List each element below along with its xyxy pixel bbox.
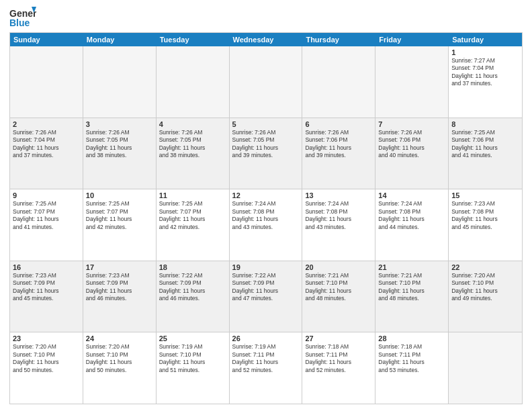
day-info: Sunrise: 7:22 AMSunset: 7:09 PMDaylight:… <box>232 272 300 303</box>
header-day-thursday: Thursday <box>302 33 375 46</box>
cal-cell <box>157 46 230 118</box>
day-info: Sunrise: 7:18 AMSunset: 7:11 PMDaylight:… <box>305 343 372 374</box>
cal-cell <box>449 332 522 404</box>
cal-cell: 26Sunrise: 7:19 AMSunset: 7:11 PMDayligh… <box>230 332 303 404</box>
day-number: 21 <box>378 263 445 271</box>
day-info: Sunrise: 7:23 AMSunset: 7:09 PMDaylight:… <box>13 272 80 303</box>
day-number: 17 <box>86 263 153 271</box>
calendar-body: 1Sunrise: 7:27 AMSunset: 7:04 PMDaylight… <box>10 46 522 404</box>
day-number: 25 <box>159 334 226 342</box>
cal-cell: 25Sunrise: 7:19 AMSunset: 7:10 PMDayligh… <box>157 332 230 404</box>
day-info: Sunrise: 7:18 AMSunset: 7:11 PMDaylight:… <box>378 343 445 374</box>
cal-cell: 3Sunrise: 7:26 AMSunset: 7:05 PMDaylight… <box>83 118 157 189</box>
day-info: Sunrise: 7:20 AMSunset: 7:10 PMDaylight:… <box>13 343 80 374</box>
day-number: 19 <box>232 263 300 271</box>
cal-cell <box>375 46 449 118</box>
day-info: Sunrise: 7:27 AMSunset: 7:04 PMDaylight:… <box>451 57 519 88</box>
day-number: 6 <box>305 120 372 128</box>
day-number: 9 <box>13 191 80 199</box>
page: GeneralBlue SundayMondayTuesdayWednesday… <box>0 0 532 411</box>
cal-cell: 7Sunrise: 7:26 AMSunset: 7:06 PMDaylight… <box>375 118 449 189</box>
day-info: Sunrise: 7:21 AMSunset: 7:10 PMDaylight:… <box>305 272 372 303</box>
day-info: Sunrise: 7:24 AMSunset: 7:08 PMDaylight:… <box>378 200 445 231</box>
day-info: Sunrise: 7:23 AMSunset: 7:08 PMDaylight:… <box>451 200 519 231</box>
day-number: 13 <box>305 191 372 199</box>
cal-cell: 19Sunrise: 7:22 AMSunset: 7:09 PMDayligh… <box>230 261 303 332</box>
day-info: Sunrise: 7:26 AMSunset: 7:05 PMDaylight:… <box>86 129 153 160</box>
day-info: Sunrise: 7:26 AMSunset: 7:04 PMDaylight:… <box>13 129 80 160</box>
cal-cell: 5Sunrise: 7:26 AMSunset: 7:05 PMDaylight… <box>230 118 303 189</box>
day-number: 12 <box>232 191 300 199</box>
svg-text:Blue: Blue <box>9 17 30 28</box>
cal-cell: 20Sunrise: 7:21 AMSunset: 7:10 PMDayligh… <box>302 261 375 332</box>
calendar: SundayMondayTuesdayWednesdayThursdayFrid… <box>9 32 523 404</box>
day-info: Sunrise: 7:24 AMSunset: 7:08 PMDaylight:… <box>305 200 372 231</box>
cal-cell: 27Sunrise: 7:18 AMSunset: 7:11 PMDayligh… <box>302 332 375 404</box>
cal-cell: 21Sunrise: 7:21 AMSunset: 7:10 PMDayligh… <box>375 261 449 332</box>
day-number: 7 <box>378 120 445 128</box>
day-info: Sunrise: 7:26 AMSunset: 7:05 PMDaylight:… <box>159 129 226 160</box>
logo-svg: GeneralBlue <box>9 7 36 28</box>
day-number: 26 <box>232 334 300 342</box>
cal-cell: 15Sunrise: 7:23 AMSunset: 7:08 PMDayligh… <box>449 189 522 261</box>
cal-cell: 22Sunrise: 7:20 AMSunset: 7:10 PMDayligh… <box>449 261 522 332</box>
day-info: Sunrise: 7:24 AMSunset: 7:08 PMDaylight:… <box>232 200 300 231</box>
cal-cell: 28Sunrise: 7:18 AMSunset: 7:11 PMDayligh… <box>375 332 449 404</box>
day-number: 22 <box>451 263 519 271</box>
day-number: 15 <box>451 191 519 199</box>
week-row-5: 23Sunrise: 7:20 AMSunset: 7:10 PMDayligh… <box>10 332 522 404</box>
week-row-1: 1Sunrise: 7:27 AMSunset: 7:04 PMDaylight… <box>10 46 522 118</box>
cal-cell: 12Sunrise: 7:24 AMSunset: 7:08 PMDayligh… <box>230 189 303 261</box>
cal-cell: 24Sunrise: 7:20 AMSunset: 7:10 PMDayligh… <box>83 332 157 404</box>
cal-cell: 18Sunrise: 7:22 AMSunset: 7:09 PMDayligh… <box>157 261 230 332</box>
cal-cell: 4Sunrise: 7:26 AMSunset: 7:05 PMDaylight… <box>157 118 230 189</box>
header: GeneralBlue <box>9 7 523 28</box>
header-day-sunday: Sunday <box>10 33 83 46</box>
day-info: Sunrise: 7:26 AMSunset: 7:05 PMDaylight:… <box>232 129 300 160</box>
cal-cell: 14Sunrise: 7:24 AMSunset: 7:08 PMDayligh… <box>375 189 449 261</box>
cal-cell <box>302 46 375 118</box>
cal-cell: 23Sunrise: 7:20 AMSunset: 7:10 PMDayligh… <box>10 332 83 404</box>
cal-cell <box>10 46 83 118</box>
day-number: 11 <box>159 191 226 199</box>
day-number: 20 <box>305 263 372 271</box>
day-number: 27 <box>305 334 372 342</box>
day-info: Sunrise: 7:25 AMSunset: 7:07 PMDaylight:… <box>13 200 80 231</box>
cal-cell: 8Sunrise: 7:25 AMSunset: 7:06 PMDaylight… <box>449 118 522 189</box>
cal-cell <box>83 46 157 118</box>
day-info: Sunrise: 7:20 AMSunset: 7:10 PMDaylight:… <box>451 272 519 303</box>
logo: GeneralBlue <box>9 7 36 28</box>
header-day-wednesday: Wednesday <box>230 33 303 46</box>
day-info: Sunrise: 7:22 AMSunset: 7:09 PMDaylight:… <box>159 272 226 303</box>
day-number: 23 <box>13 334 80 342</box>
cal-cell <box>230 46 303 118</box>
cal-cell: 1Sunrise: 7:27 AMSunset: 7:04 PMDaylight… <box>449 46 522 118</box>
header-day-saturday: Saturday <box>449 33 522 46</box>
cal-cell: 9Sunrise: 7:25 AMSunset: 7:07 PMDaylight… <box>10 189 83 261</box>
header-day-friday: Friday <box>375 33 449 46</box>
day-number: 2 <box>13 120 80 128</box>
day-number: 5 <box>232 120 300 128</box>
cal-cell: 16Sunrise: 7:23 AMSunset: 7:09 PMDayligh… <box>10 261 83 332</box>
day-number: 28 <box>378 334 445 342</box>
day-info: Sunrise: 7:25 AMSunset: 7:07 PMDaylight:… <box>86 200 153 231</box>
day-number: 24 <box>86 334 153 342</box>
cal-cell: 11Sunrise: 7:25 AMSunset: 7:07 PMDayligh… <box>157 189 230 261</box>
day-info: Sunrise: 7:25 AMSunset: 7:07 PMDaylight:… <box>159 200 226 231</box>
day-number: 14 <box>378 191 445 199</box>
cal-cell: 2Sunrise: 7:26 AMSunset: 7:04 PMDaylight… <box>10 118 83 189</box>
header-day-tuesday: Tuesday <box>157 33 230 46</box>
day-number: 1 <box>451 48 519 56</box>
day-number: 16 <box>13 263 80 271</box>
week-row-3: 9Sunrise: 7:25 AMSunset: 7:07 PMDaylight… <box>10 189 522 261</box>
day-info: Sunrise: 7:23 AMSunset: 7:09 PMDaylight:… <box>86 272 153 303</box>
day-info: Sunrise: 7:19 AMSunset: 7:10 PMDaylight:… <box>159 343 226 374</box>
day-info: Sunrise: 7:26 AMSunset: 7:06 PMDaylight:… <box>305 129 372 160</box>
calendar-header: SundayMondayTuesdayWednesdayThursdayFrid… <box>10 33 522 46</box>
day-info: Sunrise: 7:21 AMSunset: 7:10 PMDaylight:… <box>378 272 445 303</box>
day-number: 10 <box>86 191 153 199</box>
day-info: Sunrise: 7:20 AMSunset: 7:10 PMDaylight:… <box>86 343 153 374</box>
day-info: Sunrise: 7:19 AMSunset: 7:11 PMDaylight:… <box>232 343 300 374</box>
day-info: Sunrise: 7:25 AMSunset: 7:06 PMDaylight:… <box>451 129 519 160</box>
cal-cell: 6Sunrise: 7:26 AMSunset: 7:06 PMDaylight… <box>302 118 375 189</box>
